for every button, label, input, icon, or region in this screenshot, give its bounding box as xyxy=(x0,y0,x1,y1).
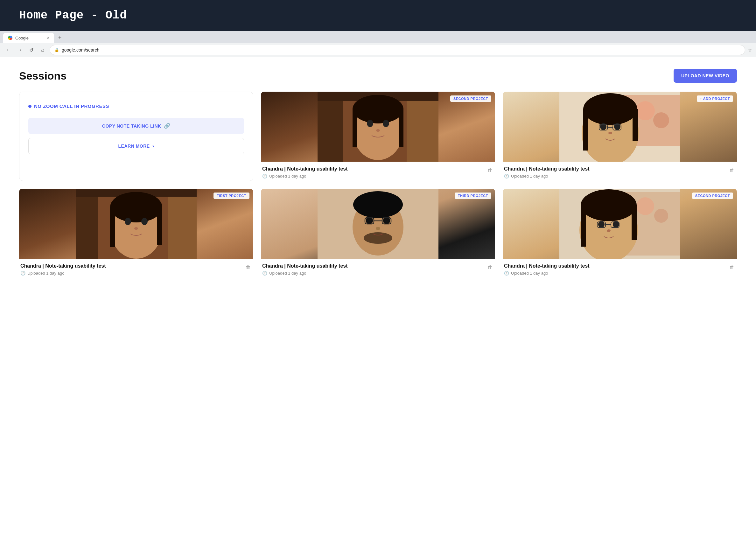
session-card-3[interactable]: THIRD PROJECT Chandra | Note-taking usab… xyxy=(261,189,495,278)
sessions-header: Sessions UPLOAD NEW VIDEO xyxy=(19,69,737,83)
thumbnail-image-3 xyxy=(261,189,495,259)
project-badge-2: FIRST PROJECT xyxy=(213,193,249,199)
session-time-0: 🕐 Uploaded 1 day ago xyxy=(262,174,486,179)
bookmark-icon[interactable]: ☆ xyxy=(748,47,752,53)
session-meta-3: Chandra | Note-taking usability test 🕐 U… xyxy=(262,263,486,276)
session-info-4: Chandra | Note-taking usability test 🕐 U… xyxy=(503,259,737,278)
browser-chrome: Google × + ← → ↺ ⌂ 🔒 google.com/search ☆ xyxy=(0,31,756,57)
session-card-0[interactable]: SECOND PROJECT Chandra | Note-taking usa… xyxy=(261,92,495,181)
svg-point-36 xyxy=(125,218,131,225)
delete-session-button-1[interactable]: 🗑 xyxy=(728,166,736,174)
clock-icon-4: 🕐 xyxy=(504,271,509,276)
session-title-1: Chandra | Note-taking usability test xyxy=(504,166,728,172)
svg-point-33 xyxy=(110,192,162,222)
project-badge-4: SECOND PROJECT xyxy=(692,193,733,199)
session-meta-0: Chandra | Note-taking usability test 🕐 U… xyxy=(262,166,486,179)
svg-point-19 xyxy=(583,93,637,125)
zoom-call-card: NO ZOOM CALL IN PROGRESS COPY NOTE TAKIN… xyxy=(19,92,253,181)
svg-rect-21 xyxy=(633,109,638,141)
lock-icon: 🔒 xyxy=(54,48,59,52)
svg-rect-20 xyxy=(583,109,588,151)
session-info-2: Chandra | Note-taking usability test 🕐 U… xyxy=(19,259,253,278)
project-badge-0: SECOND PROJECT xyxy=(450,95,491,102)
svg-point-10 xyxy=(383,120,389,127)
sessions-title: Sessions xyxy=(19,70,67,82)
svg-point-15 xyxy=(636,101,655,120)
home-icon: ⌂ xyxy=(41,47,44,53)
session-time-3: 🕐 Uploaded 1 day ago xyxy=(262,271,486,276)
svg-rect-2 xyxy=(407,92,438,162)
thumbnail-image-2 xyxy=(19,189,253,259)
clock-icon-0: 🕐 xyxy=(262,174,267,179)
svg-point-58 xyxy=(581,189,637,221)
svg-rect-60 xyxy=(632,205,637,240)
delete-session-button-3[interactable]: 🗑 xyxy=(486,263,494,271)
svg-rect-1 xyxy=(318,92,343,162)
thumbnail-image-4 xyxy=(503,189,737,259)
thumbnail-image-1 xyxy=(503,92,737,162)
session-info-3: Chandra | Note-taking usability test 🕐 U… xyxy=(261,259,495,278)
session-info-0: Chandra | Note-taking usability test 🕐 U… xyxy=(261,162,495,181)
svg-point-16 xyxy=(653,112,669,128)
tab-close-button[interactable]: × xyxy=(47,36,50,40)
session-meta-4: Chandra | Note-taking usability test 🕐 U… xyxy=(504,263,728,276)
session-time-2: 🕐 Uploaded 1 day ago xyxy=(20,271,244,276)
session-time-1: 🕐 Uploaded 1 day ago xyxy=(504,174,728,179)
session-title-2: Chandra | Note-taking usability test xyxy=(20,263,244,269)
svg-point-9 xyxy=(367,120,373,127)
session-thumbnail-2: FIRST PROJECT xyxy=(19,189,253,259)
learn-more-button[interactable]: LEARN MORE › xyxy=(28,138,244,154)
svg-rect-59 xyxy=(581,205,586,247)
session-thumbnail-3: THIRD PROJECT xyxy=(261,189,495,259)
back-button[interactable]: ← xyxy=(4,46,13,54)
home-button[interactable]: ⌂ xyxy=(38,46,47,54)
project-badge-3: THIRD PROJECT xyxy=(455,193,491,199)
session-title-0: Chandra | Note-taking usability test xyxy=(262,166,486,172)
delete-session-button-2[interactable]: 🗑 xyxy=(244,263,252,271)
address-bar[interactable]: 🔒 google.com/search xyxy=(50,45,745,55)
session-thumbnail-4: SECOND PROJECT xyxy=(503,189,737,259)
session-meta-1: Chandra | Note-taking usability test 🕐 U… xyxy=(504,166,728,179)
svg-rect-29 xyxy=(168,189,197,259)
browser-tab-google[interactable]: Google × xyxy=(3,33,54,43)
browser-toolbar: ← → ↺ ⌂ 🔒 google.com/search ☆ xyxy=(0,43,756,57)
session-upload-time-2: Uploaded 1 day ago xyxy=(27,271,64,276)
app-title: Home Page - Old xyxy=(19,9,737,22)
session-card-1[interactable]: + ADD PROJECT Chandra | Note-taking usab… xyxy=(503,92,737,181)
status-dot-icon xyxy=(28,105,31,108)
main-content: Sessions UPLOAD NEW VIDEO NO ZOOM CALL I… xyxy=(0,57,756,547)
svg-rect-28 xyxy=(76,189,98,259)
copy-note-taking-link-button[interactable]: COPY NOTE TAKING LINK 🔗 xyxy=(28,118,244,134)
back-icon: ← xyxy=(6,47,11,53)
session-thumbnail-0: SECOND PROJECT xyxy=(261,92,495,162)
tab-label: Google xyxy=(15,36,45,40)
session-time-4: 🕐 Uploaded 1 day ago xyxy=(504,271,728,276)
session-card-2[interactable]: FIRST PROJECT Chandra | Note-taking usab… xyxy=(19,189,253,278)
reload-button[interactable]: ↺ xyxy=(27,46,36,54)
svg-point-37 xyxy=(141,218,148,225)
clock-icon-3: 🕐 xyxy=(262,271,267,276)
delete-session-button-0[interactable]: 🗑 xyxy=(486,166,494,174)
session-info-1: Chandra | Note-taking usability test 🕐 U… xyxy=(503,162,737,181)
copy-link-label: COPY NOTE TAKING LINK xyxy=(102,123,161,129)
app-header: Home Page - Old xyxy=(0,0,756,31)
svg-point-11 xyxy=(376,129,380,132)
svg-rect-7 xyxy=(353,109,357,147)
upload-new-video-button[interactable]: UPLOAD NEW VIDEO xyxy=(674,69,737,83)
forward-icon: → xyxy=(17,47,22,53)
svg-point-44 xyxy=(353,191,403,218)
svg-point-6 xyxy=(353,95,403,123)
session-upload-time-1: Uploaded 1 day ago xyxy=(511,174,548,179)
thumbnail-image-0 xyxy=(261,92,495,162)
delete-session-button-4[interactable]: 🗑 xyxy=(728,263,736,271)
session-upload-time-3: Uploaded 1 day ago xyxy=(269,271,306,276)
svg-point-24 xyxy=(608,132,612,134)
browser-tabs: Google × + xyxy=(0,31,756,43)
svg-rect-34 xyxy=(110,207,115,247)
forward-button[interactable]: → xyxy=(15,46,24,54)
new-tab-button[interactable]: + xyxy=(55,33,64,42)
learn-more-label: LEARN MORE xyxy=(118,144,150,149)
session-card-4[interactable]: SECOND PROJECT Chandra | Note-taking usa… xyxy=(503,189,737,278)
svg-point-45 xyxy=(364,232,392,244)
svg-point-63 xyxy=(607,229,611,232)
